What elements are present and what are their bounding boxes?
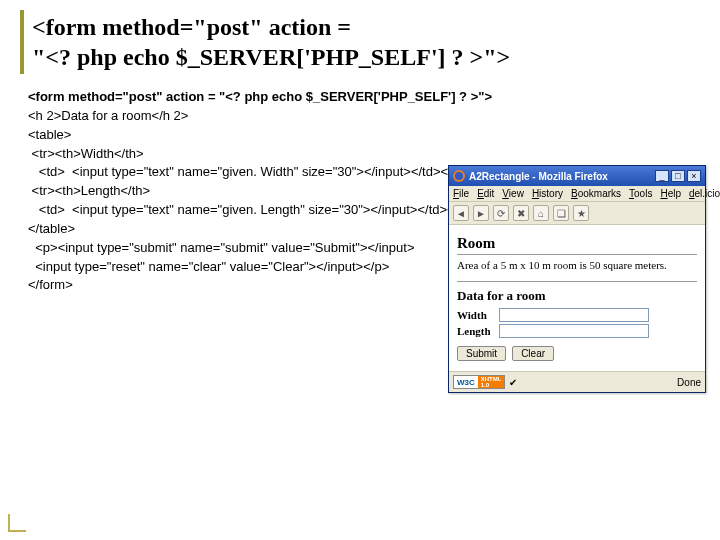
menu-bookmarks[interactable]: Bookmarks [571, 188, 621, 199]
clear-button[interactable] [512, 346, 554, 361]
browser-viewport: Room Area of a 5 m x 10 m room is 50 squ… [449, 225, 705, 371]
forward-icon[interactable]: ► [473, 205, 489, 221]
width-label: Width [457, 309, 493, 321]
minimize-button[interactable]: _ [655, 170, 669, 182]
browser-menubar: File Edit View History Bookmarks Tools H… [449, 186, 705, 202]
maximize-button[interactable]: □ [671, 170, 685, 182]
browser-toolbar: ◄ ► ⟳ ✖ ⌂ ❏ ★ [449, 202, 705, 225]
home-icon[interactable]: ⌂ [533, 205, 549, 221]
tag-icon[interactable]: ❏ [553, 205, 569, 221]
menu-help[interactable]: Help [660, 188, 681, 199]
code-line: <tr><th>Length</th> [28, 183, 150, 198]
title-line-2: "<? php echo $_SERVER['PHP_SELF'] ? >"> [32, 42, 700, 72]
code-line: <tr><th>Width</th> [28, 146, 144, 161]
code-line: <p><input type="submit" name="submit" va… [28, 240, 415, 255]
browser-statusbar: W3C XHTML1.0 ✔ Done [449, 371, 705, 392]
code-line: <form method="post" action = "<? php ech… [28, 89, 492, 104]
w3c-badge: W3C XHTML1.0 [453, 375, 505, 389]
bookmark-icon[interactable]: ★ [573, 205, 589, 221]
length-input[interactable] [499, 324, 649, 338]
browser-window: A2Rectangle - Mozilla Firefox _ □ × File… [448, 165, 706, 393]
status-text: Done [677, 377, 701, 388]
reload-icon[interactable]: ⟳ [493, 205, 509, 221]
browser-title-text: A2Rectangle - Mozilla Firefox [469, 171, 651, 182]
check-icon: ✔ [509, 377, 517, 388]
code-line: </table> [28, 221, 75, 236]
back-icon[interactable]: ◄ [453, 205, 469, 221]
divider [457, 254, 697, 255]
close-button[interactable]: × [687, 170, 701, 182]
menu-edit[interactable]: Edit [477, 188, 494, 199]
code-line: <table> [28, 127, 71, 142]
submit-button[interactable] [457, 346, 506, 361]
slide-title: <form method="post" action = "<? php ech… [20, 10, 700, 74]
menu-delicious[interactable]: del.icio.us [689, 188, 720, 199]
page-heading: Room [457, 235, 697, 252]
page-subheading: Data for a room [457, 288, 697, 304]
w3c-badge-left: W3C [454, 376, 478, 388]
code-line: <td> <input type="text" name="given. Wid… [28, 164, 467, 179]
corner-decoration [8, 514, 26, 532]
code-line: <h 2>Data for a room</h 2> [28, 108, 188, 123]
page-body-text: Area of a 5 m x 10 m room is 50 square m… [457, 259, 697, 271]
firefox-icon [453, 170, 465, 182]
menu-tools[interactable]: Tools [629, 188, 652, 199]
code-line: <input type="reset" name="clear" value="… [28, 259, 389, 274]
code-line: </form> [28, 277, 73, 292]
menu-view[interactable]: View [502, 188, 524, 199]
menu-file[interactable]: File [453, 188, 469, 199]
stop-icon[interactable]: ✖ [513, 205, 529, 221]
width-input[interactable] [499, 308, 649, 322]
browser-titlebar: A2Rectangle - Mozilla Firefox _ □ × [449, 166, 705, 186]
divider [457, 281, 697, 282]
title-line-1: <form method="post" action = [32, 12, 700, 42]
length-label: Length [457, 325, 493, 337]
menu-history[interactable]: History [532, 188, 563, 199]
w3c-badge-right: XHTML1.0 [478, 376, 505, 388]
code-line: <td> <input type="text" name="given. Len… [28, 202, 474, 217]
